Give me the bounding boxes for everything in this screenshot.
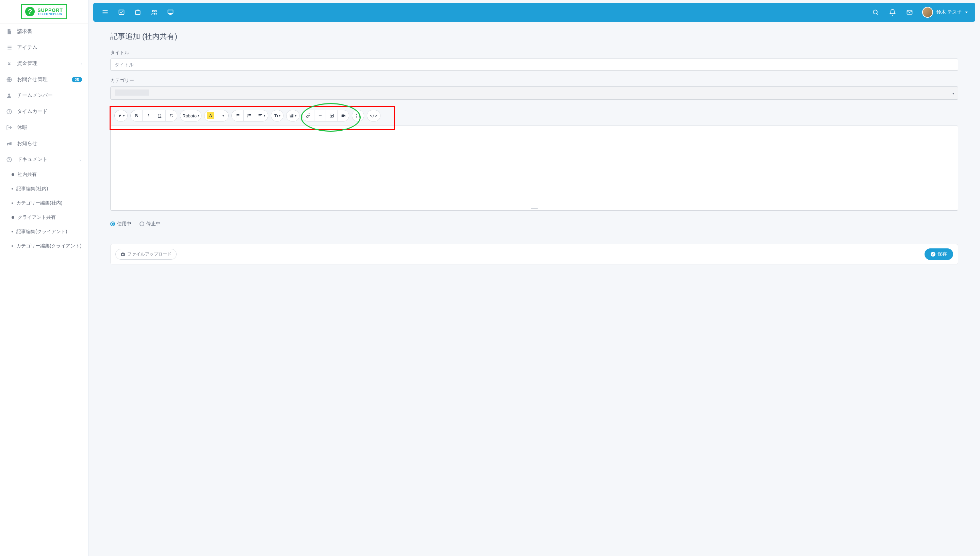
projects-button[interactable] [131,5,145,19]
sidebar-sub-edit-internal[interactable]: 記事編集(社内) [11,182,88,196]
sidebar-item-news[interactable]: お知らせ [0,136,88,152]
logo[interactable]: ? SUPPORT TELEONEPLUS [0,0,88,23]
editor: ▾ B I U Roboto▾ A ▾ [110,107,958,211]
svg-rect-4 [119,10,124,14]
chevron-down-icon: ⌄ [79,157,82,162]
sidebar-item-funds[interactable]: ¥ 資金管理 › [0,55,88,71]
sidebar-item-document[interactable]: ドキュメント ⌄ [0,152,88,167]
sidebar-sub-edit-client[interactable]: 記事編集(クライアント) [11,225,88,239]
menu-button[interactable] [98,5,112,19]
image-button[interactable] [326,110,337,121]
sidebar-item-inquiry[interactable]: お問合せ管理 25 [0,71,88,87]
svg-point-1 [8,94,10,95]
more-color-button[interactable]: ▾ [217,110,228,121]
bullet-icon [11,245,13,247]
unordered-list-button[interactable] [232,110,243,121]
category-label: カテゴリー [110,78,958,84]
title-label: タイトル [110,50,958,56]
sidebar-sub-category-client[interactable]: カテゴリー編集(クライアント) [11,239,88,253]
video-button[interactable] [337,110,349,121]
radio-icon [139,221,144,226]
svg-point-11 [236,114,236,115]
code-view-button[interactable]: </> [367,110,380,121]
user-name: 鈴木 テス子 [936,9,962,15]
chevron-down-icon: ▾ [953,91,954,95]
svg-point-9 [873,10,877,14]
content: 記事追加 (社内共有) タイトル カテゴリー ▾ [93,22,975,274]
style-button[interactable]: ▾ [115,110,127,121]
clock-icon [6,108,12,115]
svg-point-13 [236,117,236,117]
sidebar-item-team[interactable]: チームメンバー [0,87,88,103]
upload-button[interactable]: ファイルアップロード [115,249,177,260]
font-select[interactable]: Roboto▾ [180,110,201,121]
svg-rect-5 [136,11,140,15]
clear-format-button[interactable] [165,110,177,121]
logo-icon: ? [25,7,35,16]
svg-rect-17 [290,114,293,117]
svg-text:3: 3 [247,116,248,118]
logo-main: SUPPORT [37,8,63,13]
globe-icon [6,76,12,83]
ordered-list-button[interactable]: 123 [243,110,255,121]
svg-point-12 [236,115,236,116]
fullscreen-button[interactable] [352,110,364,121]
title-input[interactable] [110,58,958,71]
inquiry-badge: 25 [72,77,82,82]
chevron-right-icon: › [81,61,82,66]
link-button[interactable] [302,110,314,121]
sidebar-item-items[interactable]: アイテム [0,39,88,55]
check-icon: ✓ [931,252,935,257]
underline-button[interactable]: U [154,110,165,121]
help-icon [6,157,12,163]
megaphone-icon [6,141,12,147]
save-button[interactable]: ✓ 保存 [925,248,953,260]
svg-point-7 [155,10,157,12]
hr-button[interactable] [314,110,326,121]
heading-button[interactable]: TI▾ [271,110,283,121]
sidebar-item-invoice[interactable]: 請求書 [0,23,88,39]
resize-handle[interactable] [531,208,538,209]
tasks-button[interactable] [114,5,129,19]
svg-point-6 [152,10,154,12]
sidebar: ? SUPPORT TELEONEPLUS 請求書 アイテム ¥ 資金管理 › … [0,0,89,556]
users-button[interactable] [147,5,161,19]
table-button[interactable]: ▾ [286,110,299,121]
notifications-button[interactable] [885,5,900,19]
svg-rect-20 [341,115,344,117]
topbar: 鈴木 テス子 [93,3,975,22]
sidebar-sub-internal-share[interactable]: 社内共有 [11,167,88,182]
sidebar-item-vacation[interactable]: 休暇 [0,120,88,136]
list-icon [6,45,12,51]
monitor-button[interactable] [163,5,178,19]
main: 鈴木 テス子 記事追加 (社内共有) タイトル カテゴリー ▾ [89,0,980,556]
svg-rect-8 [168,10,173,13]
logo-sub: TELEONEPLUS [37,13,63,16]
logout-icon [6,124,12,131]
search-button[interactable] [869,5,883,19]
bullet-icon [11,188,13,189]
radio-inactive[interactable]: 停止中 [139,221,161,227]
caret-down-icon [965,11,968,13]
bullet-icon [11,202,13,204]
svg-point-19 [331,115,331,116]
italic-button[interactable]: I [142,110,154,121]
bullet-icon [11,231,13,233]
radio-active[interactable]: 使用中 [110,221,131,227]
category-select[interactable] [110,86,958,100]
mail-button[interactable] [903,5,917,19]
bold-button[interactable]: B [131,110,142,121]
bullet-icon [11,173,14,176]
page-title: 記事追加 (社内共有) [110,31,958,42]
document-icon [6,29,12,35]
editor-body[interactable] [110,126,958,211]
sidebar-sub-client-share[interactable]: クライアント共有 [11,210,88,225]
person-icon [6,92,12,99]
align-button[interactable]: ▾ [255,110,268,121]
sidebar-sub-category-internal[interactable]: カテゴリー編集(社内) [11,196,88,210]
camera-icon [121,252,125,257]
user-menu[interactable]: 鈴木 テス子 [919,5,970,19]
sidebar-item-timecard[interactable]: タイムカード [0,103,88,120]
font-color-button[interactable]: A [205,110,217,121]
radio-icon [110,221,115,226]
